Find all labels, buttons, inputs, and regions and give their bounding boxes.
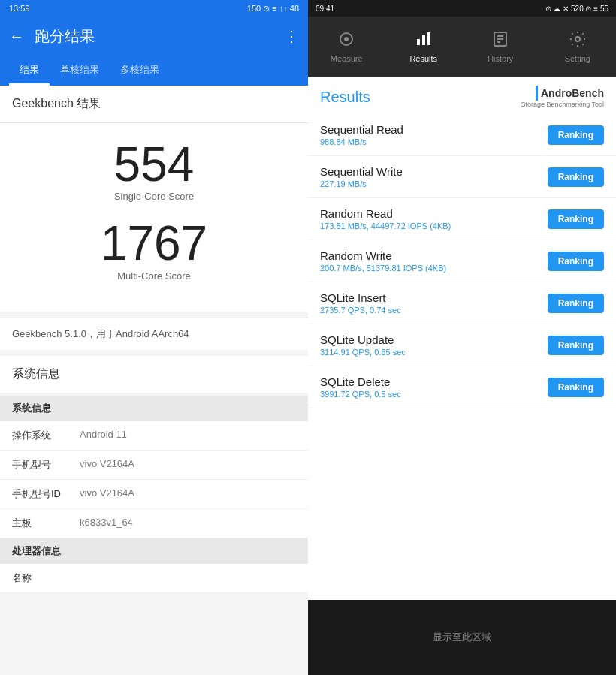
- benchmark-item-sqlite-update: SQLite Update 3114.91 QPS, 0.65 sec Rank…: [308, 324, 616, 366]
- tab-single-core[interactable]: 单核结果: [50, 56, 110, 86]
- svg-rect-3: [422, 35, 425, 45]
- svg-point-9: [575, 37, 580, 41]
- rand-write-name: Random Write: [320, 249, 548, 262]
- seq-write-info: Sequential Write 227.19 MB/s: [320, 165, 548, 188]
- benchmark-item-seq-write: Sequential Write 227.19 MB/s Ranking: [308, 156, 616, 198]
- right-time: 09:41: [316, 5, 334, 13]
- rand-read-info: Random Read 173.81 MB/s, 44497.72 IOPS (…: [320, 207, 548, 231]
- left-panel: 13:59 150 ⊙ ≡ ↑↓ 48 ← 跑分结果 ⋮ 结果 单核结果 多核结…: [0, 0, 308, 675]
- rand-read-value: 173.81 MB/s, 44497.72 IOPS (4KB): [320, 221, 548, 231]
- cpu-key: 名称: [12, 571, 80, 585]
- bottom-display-area: 显示至此区域: [308, 600, 616, 675]
- sqlite-insert-ranking-button[interactable]: Ranking: [548, 294, 604, 313]
- benchmark-item-rand-write: Random Write 200.7 MB/s, 51379.81 IOPS (…: [308, 240, 616, 282]
- svg-rect-4: [427, 32, 430, 45]
- section-system-info: 系统信息: [0, 396, 308, 421]
- sqlite-insert-name: SQLite Insert: [320, 291, 548, 304]
- left-indicators: 150 ⊙ ≡ ↑↓ 48: [247, 4, 299, 14]
- sqlite-delete-value: 3991.72 QPS, 0.5 sec: [320, 390, 548, 399]
- more-icon[interactable]: ⋮: [284, 27, 299, 45]
- system-info-header: 系统信息: [0, 356, 308, 393]
- benchmark-item-seq-read: Sequential Read 988.84 MB/s Ranking: [308, 114, 616, 156]
- info-table: 系统信息 操作系统 Android 11 手机型号 vivo V2164A 手机…: [0, 396, 308, 593]
- logo-bar: [536, 86, 538, 101]
- svg-point-1: [344, 37, 349, 41]
- seq-write-value: 227.19 MB/s: [320, 179, 548, 188]
- rand-write-info: Random Write 200.7 MB/s, 51379.81 IOPS (…: [320, 249, 548, 273]
- model-key: 手机型号: [12, 458, 80, 472]
- nav-results[interactable]: Results: [385, 17, 463, 77]
- left-header: ← 跑分结果 ⋮: [0, 17, 308, 56]
- nav-measure-label: Measure: [331, 54, 363, 63]
- results-icon: [415, 30, 433, 51]
- info-row-model: 手机型号 vivo V2164A: [0, 451, 308, 480]
- geekbench-title: Geekbench 结果: [0, 86, 308, 123]
- nav-measure[interactable]: Measure: [308, 17, 385, 77]
- sqlite-update-value: 3114.91 QPS, 0.65 sec: [320, 348, 548, 357]
- nav-setting-label: Setting: [565, 54, 590, 63]
- nav-setting[interactable]: Setting: [539, 17, 617, 77]
- geekbench-version: Geekbench 5.1.0，用于Android AArch64: [0, 318, 308, 350]
- model-id-key: 手机型号ID: [12, 487, 80, 501]
- back-button[interactable]: ←: [9, 28, 24, 45]
- sqlite-delete-info: SQLite Delete 3991.72 QPS, 0.5 sec: [320, 375, 548, 399]
- section-processor-info: 处理器信息: [0, 538, 308, 564]
- history-icon: [491, 30, 509, 51]
- right-panel: 09:41 ⊙ ☁ ✕ 520 ⊙ ≡ 55 Measure Results: [308, 0, 616, 675]
- os-key: 操作系统: [12, 429, 80, 442]
- left-time: 13:59: [9, 4, 30, 13]
- nav-results-label: Results: [409, 54, 437, 63]
- multi-core-score: 1767: [12, 217, 296, 270]
- tab-results[interactable]: 结果: [9, 56, 50, 86]
- setting-icon: [569, 30, 587, 51]
- benchmark-item-sqlite-insert: SQLite Insert 2735.7 QPS, 0.74 sec Ranki…: [308, 282, 616, 324]
- seq-read-value: 988.84 MB/s: [320, 137, 548, 146]
- rand-write-ranking-button[interactable]: Ranking: [548, 252, 604, 271]
- model-value: vivo V2164A: [80, 458, 296, 472]
- sqlite-update-info: SQLite Update 3114.91 QPS, 0.65 sec: [320, 333, 548, 357]
- sqlite-delete-name: SQLite Delete: [320, 375, 548, 388]
- info-row-cpu: 名称: [0, 564, 308, 593]
- right-nav: Measure Results History: [308, 17, 616, 77]
- os-value: Android 11: [80, 429, 296, 442]
- sqlite-insert-info: SQLite Insert 2735.7 QPS, 0.74 sec: [320, 291, 548, 315]
- cpu-value: [80, 571, 296, 585]
- androbench-logo: AndroBench Storage Benchmarking Tool: [521, 86, 604, 108]
- nav-history-label: History: [488, 54, 513, 63]
- seq-read-name: Sequential Read: [320, 123, 548, 136]
- right-indicators: ⊙ ☁ ✕ 520 ⊙ ≡ 55: [545, 5, 608, 13]
- info-row-model-id: 手机型号ID vivo V2164A: [0, 480, 308, 509]
- right-content: Results AndroBench Storage Benchmarking …: [308, 77, 616, 600]
- measure-icon: [337, 30, 355, 51]
- seq-read-info: Sequential Read 988.84 MB/s: [320, 123, 548, 146]
- seq-write-name: Sequential Write: [320, 165, 548, 178]
- sqlite-insert-value: 2735.7 QPS, 0.74 sec: [320, 306, 548, 315]
- model-id-value: vivo V2164A: [80, 487, 296, 501]
- nav-history[interactable]: History: [462, 17, 539, 77]
- benchmark-item-rand-read: Random Read 173.81 MB/s, 44497.72 IOPS (…: [308, 198, 616, 240]
- benchmark-list: Sequential Read 988.84 MB/s Ranking Sequ…: [308, 114, 616, 600]
- seq-read-ranking-button[interactable]: Ranking: [548, 125, 604, 145]
- left-content: Geekbench 结果 554 Single-Core Score 1767 …: [0, 86, 308, 675]
- single-core-score: 554: [12, 138, 296, 191]
- tab-multi-core[interactable]: 多核结果: [110, 56, 170, 86]
- results-title: Results: [320, 89, 370, 106]
- sqlite-delete-ranking-button[interactable]: Ranking: [548, 378, 604, 397]
- scores-section: 554 Single-Core Score 1767 Multi-Core Sc…: [0, 123, 308, 312]
- board-key: 主板: [12, 517, 80, 530]
- multi-core-label: Multi-Core Score: [12, 270, 296, 282]
- info-row-board: 主板 k6833v1_64: [0, 509, 308, 538]
- rand-read-name: Random Read: [320, 207, 548, 220]
- right-status-bar: 09:41 ⊙ ☁ ✕ 520 ⊙ ≡ 55: [308, 0, 616, 17]
- page-title: 跑分结果: [35, 26, 284, 47]
- info-row-os: 操作系统 Android 11: [0, 421, 308, 451]
- svg-rect-2: [417, 39, 420, 45]
- seq-write-ranking-button[interactable]: Ranking: [548, 167, 604, 187]
- sqlite-update-ranking-button[interactable]: Ranking: [548, 336, 604, 355]
- rand-read-ranking-button[interactable]: Ranking: [548, 209, 604, 229]
- rand-write-value: 200.7 MB/s, 51379.81 IOPS (4KB): [320, 264, 548, 273]
- single-core-label: Single-Core Score: [12, 191, 296, 202]
- androbench-name: AndroBench: [541, 87, 604, 99]
- results-header: Results AndroBench Storage Benchmarking …: [308, 77, 616, 114]
- benchmark-item-sqlite-delete: SQLite Delete 3991.72 QPS, 0.5 sec Ranki…: [308, 366, 616, 408]
